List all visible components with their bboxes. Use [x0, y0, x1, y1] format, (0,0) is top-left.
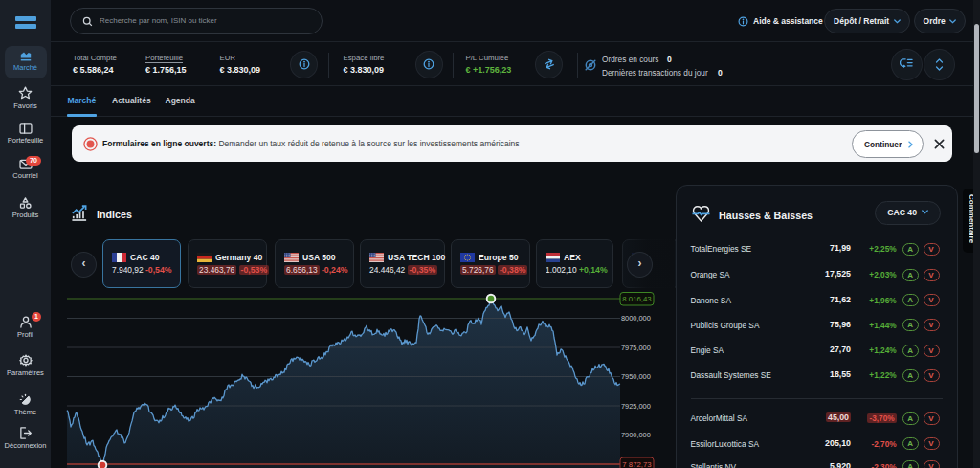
svg-text:7 872,73: 7 872,73	[622, 460, 651, 468]
svg-text:7925,000: 7925,000	[621, 402, 651, 411]
svg-text:7950,000: 7950,000	[621, 372, 651, 381]
svg-text:8 016,43: 8 016,43	[622, 295, 651, 303]
svg-text:7975,000: 7975,000	[621, 344, 651, 352]
svg-text:7900,000: 7900,000	[621, 431, 651, 439]
svg-text:8000,000: 8000,000	[621, 314, 651, 323]
